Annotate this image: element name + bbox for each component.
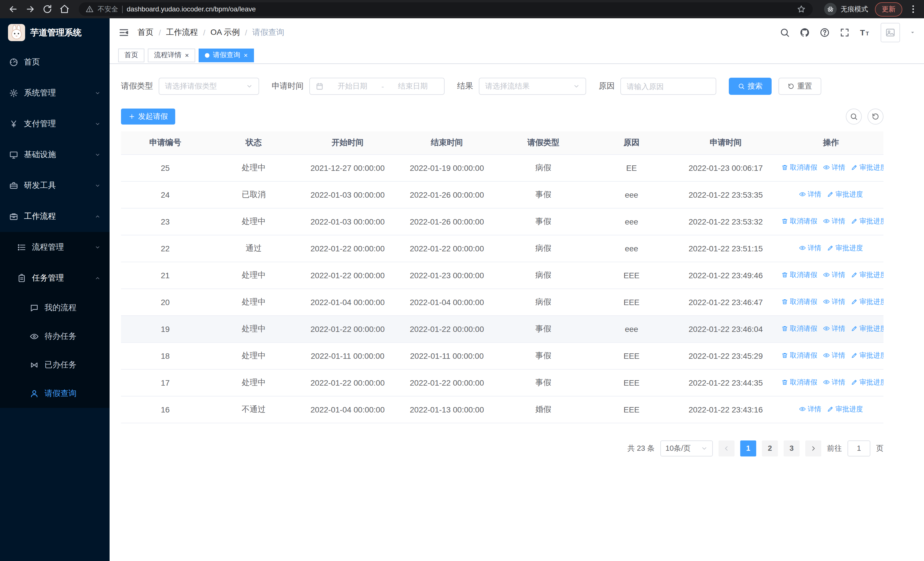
tab-leave-query[interactable]: 请假查询 × [199, 48, 254, 62]
app-window: 芋道管理系统 首页 系统管理 支付管理 [0, 18, 924, 561]
column-header-start: 开始时间 [298, 131, 397, 154]
tab-home[interactable]: 首页 [118, 48, 144, 62]
op-progress-link[interactable]: 审批进度 [851, 270, 884, 280]
sidebar-item-task-mgmt[interactable]: 任务管理 [0, 263, 110, 294]
op-progress-link[interactable]: 审批进度 [851, 217, 884, 226]
header-search-button[interactable] [780, 27, 790, 38]
refresh-table-button[interactable] [867, 108, 884, 125]
op-progress-link[interactable]: 审批进度 [827, 244, 863, 253]
edit-icon [827, 245, 834, 252]
cell-ops: 详情审批进度 [778, 396, 884, 423]
browser-back-button[interactable] [6, 2, 21, 17]
close-icon[interactable]: × [185, 52, 189, 59]
sidebar-item-home[interactable]: 首页 [0, 47, 110, 78]
address-bar[interactable]: 不安全 dashboard.yudao.iocoder.cn/bpm/oa/le… [79, 2, 813, 16]
bookmark-star-icon[interactable] [797, 5, 806, 14]
toggle-search-button[interactable] [846, 108, 862, 125]
op-progress-link[interactable]: 审批进度 [851, 163, 884, 173]
op-cancel-link[interactable]: 取消请假 [782, 163, 817, 173]
reason-input[interactable] [620, 78, 716, 95]
table-row: 19处理中2022-01-22 00:00:002022-01-22 00:00… [121, 315, 884, 342]
apply-time-range-picker[interactable]: 开始日期 - 结束日期 [309, 78, 445, 95]
cell-ops: 取消请假详情审批进度 [778, 315, 884, 342]
cell-end: 2022-01-26 00:00:00 [397, 181, 496, 208]
sidebar-item-todo-tasks[interactable]: 待办任务 [0, 322, 110, 351]
tab-label: 首页 [124, 50, 138, 60]
sidebar-item-system[interactable]: 系统管理 [0, 78, 110, 108]
op-detail-link[interactable]: 详情 [823, 163, 845, 173]
op-progress-link[interactable]: 审批进度 [851, 351, 884, 361]
op-cancel-link[interactable]: 取消请假 [782, 217, 817, 226]
gear-icon [9, 89, 18, 98]
table-header-row: 申请编号 状态 开始时间 结束时间 请假类型 原因 申请时间 操作 [121, 131, 884, 154]
op-detail-link[interactable]: 详情 [823, 297, 845, 307]
sidebar-item-workflow[interactable]: 工作流程 [0, 201, 110, 232]
help-button[interactable] [819, 27, 830, 38]
tab-process-detail[interactable]: 流程详情 × [148, 48, 195, 62]
close-icon[interactable]: × [244, 52, 248, 59]
hamburger-icon [118, 27, 129, 38]
create-leave-button[interactable]: 发起请假 [121, 108, 175, 125]
refresh-icon [788, 83, 795, 90]
op-detail-link[interactable]: 详情 [823, 217, 845, 226]
page-button-2[interactable]: 2 [762, 440, 778, 456]
breadcrumb-item[interactable]: OA 示例 [211, 27, 240, 38]
column-header-end: 结束时间 [397, 131, 496, 154]
cell-reason: EEE [590, 342, 673, 369]
browser-menu-icon[interactable] [908, 4, 918, 14]
op-detail-link[interactable]: 详情 [799, 244, 821, 253]
table-toolbar: 发起请假 [121, 108, 884, 125]
op-cancel-link[interactable]: 取消请假 [782, 378, 817, 387]
page-button-1[interactable]: 1 [740, 440, 756, 456]
search-button[interactable]: 搜索 [729, 78, 772, 95]
update-button[interactable]: 更新 [875, 2, 902, 16]
security-warning-icon[interactable] [86, 5, 94, 13]
cell-end: 2022-01-22 00:00:00 [397, 315, 496, 342]
leave-type-select[interactable]: 请选择请假类型 [159, 78, 259, 95]
page-button-3[interactable]: 3 [784, 440, 800, 456]
sidebar-item-payment[interactable]: 支付管理 [0, 108, 110, 139]
op-detail-link[interactable]: 详情 [823, 324, 845, 334]
op-detail-link[interactable]: 详情 [823, 351, 845, 361]
collapse-sidebar-button[interactable] [118, 27, 129, 38]
op-detail-link[interactable]: 详情 [799, 190, 821, 199]
cell-start: 2022-01-03 00:00:00 [298, 181, 397, 208]
font-size-button[interactable]: TT [860, 27, 871, 38]
sidebar-item-label: 研发工具 [24, 180, 56, 191]
op-detail-link[interactable]: 详情 [823, 270, 845, 280]
sidebar-item-leave-query[interactable]: 请假查询 [0, 379, 110, 408]
goto-page-input[interactable] [848, 440, 870, 456]
browser-forward-button[interactable] [23, 2, 38, 17]
op-progress-link[interactable]: 审批进度 [827, 405, 863, 414]
op-progress-link[interactable]: 审批进度 [827, 190, 863, 199]
op-cancel-link[interactable]: 取消请假 [782, 324, 817, 334]
op-progress-link[interactable]: 审批进度 [851, 378, 884, 387]
sidebar-item-process-mgmt[interactable]: 流程管理 [0, 232, 110, 263]
cell-status: 不通过 [210, 396, 298, 423]
github-button[interactable] [800, 27, 810, 38]
sidebar-item-infra[interactable]: 基础设施 [0, 139, 110, 170]
breadcrumb-item[interactable]: 工作流程 [166, 27, 198, 38]
page-size-select[interactable]: 10条/页 [660, 440, 713, 456]
sidebar-item-my-process[interactable]: 我的流程 [0, 294, 110, 322]
sidebar-item-devtools[interactable]: 研发工具 [0, 170, 110, 201]
prev-page-button[interactable] [718, 440, 735, 456]
fullscreen-button[interactable] [840, 27, 850, 38]
reset-button[interactable]: 重置 [778, 78, 821, 95]
op-progress-link[interactable]: 审批进度 [851, 324, 884, 334]
op-detail-link[interactable]: 详情 [799, 405, 821, 414]
caret-down-icon[interactable] [910, 30, 915, 35]
browser-home-button[interactable] [57, 2, 72, 17]
cell-status: 处理中 [210, 289, 298, 315]
op-detail-link[interactable]: 详情 [823, 378, 845, 387]
op-progress-link[interactable]: 审批进度 [851, 297, 884, 307]
sidebar-item-done-tasks[interactable]: 已办任务 [0, 351, 110, 379]
breadcrumb-item[interactable]: 首页 [138, 27, 153, 38]
next-page-button[interactable] [805, 440, 821, 456]
op-cancel-link[interactable]: 取消请假 [782, 351, 817, 361]
op-cancel-link[interactable]: 取消请假 [782, 297, 817, 307]
browser-reload-button[interactable] [40, 2, 55, 17]
result-select[interactable]: 请选择流结果 [479, 78, 586, 95]
op-cancel-link[interactable]: 取消请假 [782, 270, 817, 280]
avatar[interactable] [880, 23, 900, 42]
